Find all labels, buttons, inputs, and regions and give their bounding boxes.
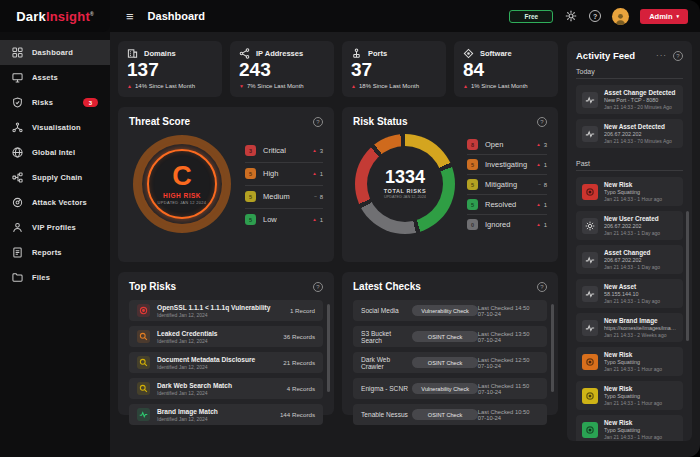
last-checked: Last Checked 12:50 07-10-24	[478, 357, 539, 369]
legend-row-mitigating[interactable]: 5 Mitigating –8	[467, 175, 547, 195]
sidebar-label: Attack Vectors	[32, 198, 87, 207]
sidebar-label: Risks	[32, 98, 53, 107]
stat-value: 243	[239, 60, 325, 81]
pulse-icon	[137, 408, 150, 421]
check-row[interactable]: S3 Bucket Search OSINT Check Last Checke…	[353, 326, 547, 347]
logo[interactable]: DarkInsight®	[0, 0, 110, 32]
avatar[interactable]	[612, 8, 629, 25]
risk-row[interactable]: Brand Image MatchIdentified Jan 12, 2024…	[129, 404, 323, 425]
feed-item[interactable]: New User Created206.67.202.202Jan 21 14:…	[576, 211, 683, 240]
legend-row-low[interactable]: 5 Low ▲1	[245, 209, 323, 231]
risk-status-panel: Risk Status ? 1334 TOTAL RISKS UPDATED J…	[342, 107, 558, 262]
feed-item[interactable]: New Asset Detected206.67.202.202Jan 21 1…	[576, 119, 683, 148]
last-checked: Last Checked 10:50 07-10-24	[478, 409, 539, 421]
sidebar-item-attack-vectors[interactable]: Attack Vectors	[0, 190, 110, 215]
sidebar-item-global-intel[interactable]: Global Intel	[0, 140, 110, 165]
info-icon[interactable]: ?	[313, 282, 323, 292]
panel-title: Risk Status	[353, 116, 407, 127]
risk-row[interactable]: Leaked CredentialsIdentified Jan 12, 202…	[129, 326, 323, 347]
top-risks-panel: Top Risks ? OpenSSL 1.1.1 < 1.1.1q Vulne…	[118, 272, 334, 415]
sidebar-label: VIP Profiles	[32, 223, 76, 232]
check-row[interactable]: Enigma - SCNR Vulnerability Check Last C…	[353, 378, 547, 399]
plan-badge[interactable]: Free	[509, 10, 553, 23]
feed-item[interactable]: New RiskTypo SquattingJan 21 14:33 - 1 H…	[576, 177, 683, 206]
risk-target-icon	[582, 388, 598, 404]
feed-item[interactable]: New RiskTypo SquattingJan 21 14:33 - 1 H…	[576, 381, 683, 410]
hamburger-menu-icon[interactable]: ≡	[126, 9, 134, 24]
stat-card-domains[interactable]: Domains 137 ▲14% Since Last Month	[118, 41, 222, 97]
stats-row: Domains 137 ▲14% Since Last Month IP Add…	[118, 41, 558, 97]
pulse-icon	[582, 286, 598, 302]
feed-item[interactable]: New Asset58.155.144.10Jan 21 14:33 - 1 D…	[576, 279, 683, 308]
dashboard-grid-icon	[12, 47, 23, 58]
resolved-count-chip: 5	[467, 199, 478, 210]
vulnerability-target-icon	[137, 304, 150, 317]
threat-score-panel: Threat Score ? C HIGH RISK UPDATED JAN 1…	[118, 107, 334, 262]
divider	[576, 170, 683, 171]
scrollbar[interactable]	[551, 304, 554, 392]
search-icon	[137, 330, 150, 343]
scrollbar[interactable]	[327, 304, 330, 392]
legend-row-critical[interactable]: 3 Critical ▲3	[245, 140, 323, 163]
stat-label: Software	[480, 49, 512, 58]
legend-row-ignored[interactable]: 0 Ignored ▲1	[467, 215, 547, 234]
feed-item[interactable]: New RiskTypo SquattingJan 21 14:33 - 1 H…	[576, 415, 683, 441]
sidebar-item-files[interactable]: Files	[0, 265, 110, 290]
feed-item[interactable]: New RiskTypo SquattingJan 21 14:33 - 1 H…	[576, 347, 683, 376]
sidebar-item-vip-profiles[interactable]: VIP Profiles	[0, 215, 110, 240]
legend-row-open[interactable]: 8 Open ▲3	[467, 135, 547, 155]
logo-text: DarkInsight®	[16, 9, 94, 24]
sidebar-item-dashboard[interactable]: Dashboard	[0, 40, 110, 65]
feed-item[interactable]: New Brand Imagehttps://somesite/images/i…	[576, 313, 683, 342]
scrollbar[interactable]	[686, 211, 689, 341]
check-row[interactable]: Dark Web Crawler OSINT Check Last Checke…	[353, 352, 547, 373]
check-row[interactable]: Social Media Vulnerability Check Last Ch…	[353, 300, 547, 321]
last-checked: Last Checked 13:50 07-10-24	[478, 331, 539, 343]
record-count: 4 Records	[287, 385, 315, 392]
sidebar-label: Assets	[32, 73, 58, 82]
sidebar-label: Dashboard	[32, 48, 73, 57]
pulse-icon	[582, 126, 598, 142]
risk-target-icon	[582, 422, 598, 438]
legend-row-high[interactable]: 5 High ▲1	[245, 163, 323, 186]
feed-item[interactable]: Asset Changed206.67.202.202Jan 21 14:33 …	[576, 245, 683, 274]
sidebar-item-visualisation[interactable]: Visualisation	[0, 115, 110, 140]
search-icon	[137, 382, 150, 395]
more-options-icon[interactable]: ···	[656, 51, 667, 60]
legend-row-medium[interactable]: 5 Medium –8	[245, 186, 323, 209]
info-icon[interactable]: ?	[537, 282, 547, 292]
stat-card-software[interactable]: Software 84 ▲1% Since Last Month	[454, 41, 558, 97]
sidebar-label: Global Intel	[32, 148, 75, 157]
last-checked: Last Checked 14:50 07-10-24	[478, 305, 539, 317]
settings-gear-icon[interactable]	[564, 9, 578, 23]
threat-risk-label: HIGH RISK	[163, 192, 201, 199]
check-row[interactable]: Tenable Nessus OSINT Check Last Checked …	[353, 404, 547, 425]
risks-count-badge: 3	[83, 98, 98, 107]
threat-score-gauge: C HIGH RISK UPDATED JAN 12 2024	[133, 135, 231, 233]
stat-change: ▲18% Since Last Month	[351, 83, 437, 89]
total-risks-label: TOTAL RISKS	[384, 188, 427, 194]
sidebar-item-risks[interactable]: Risks 3	[0, 90, 110, 115]
risk-row[interactable]: OpenSSL 1.1.1 < 1.1.1q VulnerabilityIden…	[129, 300, 323, 321]
trend-up-icon: ▲	[312, 217, 316, 222]
feed-item[interactable]: Asset Change DetectedNew Port - TCP - 80…	[576, 85, 683, 114]
info-icon[interactable]: ?	[313, 117, 323, 127]
stat-card-ip-addresses[interactable]: IP Addresses 243 ▼7% Since Last Month	[230, 41, 334, 97]
admin-dropdown[interactable]: Admin▾	[640, 9, 688, 24]
legend-row-investigating[interactable]: 5 Investigating ▲1	[467, 155, 547, 175]
legend-row-resolved[interactable]: 5 Resolved ▲1	[467, 195, 547, 215]
stat-card-ports[interactable]: Ports 37 ▲18% Since Last Month	[342, 41, 446, 97]
info-icon[interactable]: ?	[673, 51, 683, 61]
sidebar-item-supply-chain[interactable]: Supply Chain	[0, 165, 110, 190]
info-icon[interactable]: ?	[537, 117, 547, 127]
trend-up-icon: ▲	[536, 222, 540, 227]
sidebar-item-reports[interactable]: Reports	[0, 240, 110, 265]
chevron-down-icon: ▾	[676, 13, 679, 19]
risk-row[interactable]: Document Metadata DisclosureIdentified J…	[129, 352, 323, 373]
sidebar-item-assets[interactable]: Assets	[0, 65, 110, 90]
domains-icon	[127, 48, 138, 59]
help-icon[interactable]: ?	[589, 10, 601, 22]
globe-icon	[12, 147, 23, 158]
risk-row[interactable]: Dark Web Search MatchIdentified Jan 12, …	[129, 378, 323, 399]
folder-icon	[12, 272, 23, 283]
